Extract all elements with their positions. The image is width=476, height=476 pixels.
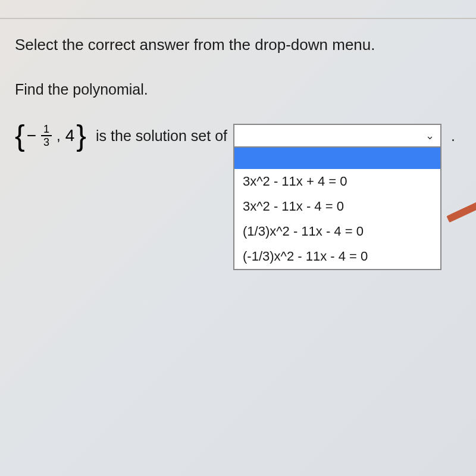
dropdown-list: 3x^2 - 11x + 4 = 0 3x^2 - 11x - 4 = 0 (1… (233, 148, 441, 270)
divider (0, 18, 476, 19)
dropdown-option-blank[interactable] (234, 148, 440, 169)
chevron-down-icon: ⌄ (425, 129, 434, 142)
answer-dropdown[interactable]: ⌄ (233, 124, 441, 148)
comma: , (57, 127, 61, 144)
prompt-text: Find the polynomial. (15, 81, 461, 98)
dropdown-option-2[interactable]: 3x^2 - 11x - 4 = 0 (234, 194, 440, 219)
period: . (451, 127, 455, 145)
set-content: − 1 3 , 4 (25, 124, 77, 148)
second-element: 4 (65, 126, 75, 145)
fraction-denominator: 3 (41, 136, 52, 148)
fraction: 1 3 (41, 124, 52, 148)
minus-sign: − (27, 126, 36, 145)
equation-row: { − 1 3 , 4 } is the solution set of ⌄ 3… (15, 121, 461, 151)
right-brace: } (76, 121, 86, 151)
dropdown-option-4[interactable]: (-1/3)x^2 - 11x - 4 = 0 (234, 244, 440, 269)
dropdown-option-3[interactable]: (1/3)x^2 - 11x - 4 = 0 (234, 219, 440, 244)
left-brace: { (15, 121, 25, 151)
instruction-text: Select the correct answer from the drop-… (15, 36, 461, 54)
dropdown-container: ⌄ 3x^2 - 11x + 4 = 0 3x^2 - 11x - 4 = 0 … (233, 124, 441, 148)
pointer-annotation (446, 201, 476, 223)
dropdown-option-1[interactable]: 3x^2 - 11x + 4 = 0 (234, 169, 440, 194)
phrase-text: is the solution set of (96, 127, 227, 145)
fraction-numerator: 1 (41, 124, 52, 136)
solution-set: { − 1 3 , 4 } (15, 121, 86, 151)
